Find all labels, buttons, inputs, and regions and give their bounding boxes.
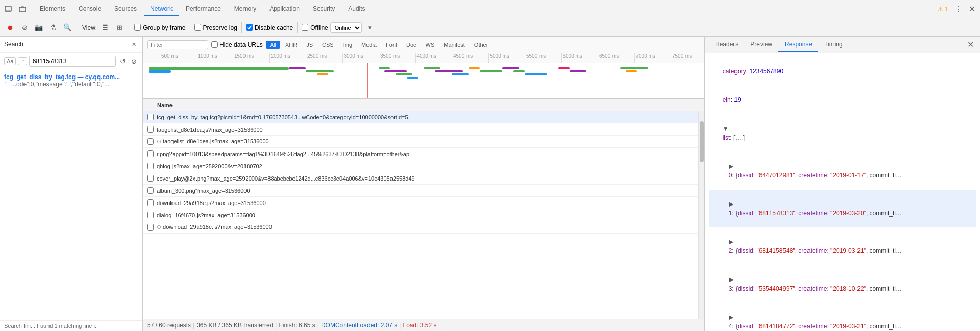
filter-type-buttons: All XHR JS CSS Img Media Font Doc WS Man…	[266, 41, 493, 49]
close-devtools-button[interactable]: ✕	[966, 3, 978, 15]
group-by-frame-checkbox[interactable]	[134, 24, 141, 31]
request-checkbox[interactable]	[147, 199, 154, 206]
tab-response[interactable]: Response	[778, 38, 818, 52]
tab-elements[interactable]: Elements	[34, 2, 71, 16]
request-row[interactable]: album_300.png?max_age=31536000	[143, 185, 698, 197]
tab-application[interactable]: Application	[263, 2, 306, 16]
tab-performance[interactable]: Performance	[180, 2, 227, 16]
filter-css-button[interactable]: CSS	[318, 41, 338, 49]
search-clear-button[interactable]: ⊘	[129, 57, 138, 66]
tab-headers[interactable]: Headers	[709, 38, 744, 52]
request-name: download_29a918e.js?max_age=31536000	[157, 224, 694, 231]
more-options-button[interactable]: ⋮	[952, 3, 965, 15]
disable-cache-label[interactable]: Disable cache	[255, 24, 293, 31]
json-item-0[interactable]: ▶ 0: {dissid: "6447012981", createtime: …	[709, 152, 976, 190]
main-layout: Search ✕ Aa .* ↺ ⊘ fcg_get_diss_by_tag.f…	[0, 37, 980, 331]
filter-xhr-button[interactable]: XHR	[281, 41, 301, 49]
record-button[interactable]: ⏺	[4, 21, 16, 34]
tab-network[interactable]: Network	[144, 2, 179, 16]
request-checkbox[interactable]	[147, 163, 154, 169]
request-name: taogelist_d8e1dea.js?max_age=31536000	[157, 126, 694, 133]
expand-triangle-1[interactable]: ▶	[729, 199, 735, 209]
request-row[interactable]: download_29a918e.js?max_age=31536000	[143, 221, 698, 234]
request-checkbox[interactable]	[147, 224, 154, 231]
request-list-scrollbar[interactable]	[698, 111, 704, 319]
request-checkbox[interactable]	[147, 114, 154, 120]
search-input[interactable]	[29, 56, 116, 67]
request-row[interactable]: r.png?appid=10013&speedparams=flag1%3D16…	[143, 148, 698, 160]
tab-security[interactable]: Security	[307, 2, 341, 16]
json-item-4[interactable]: ▶ 4: {dissid: "6814184772", createtime: …	[709, 303, 976, 331]
tab-sources[interactable]: Sources	[108, 2, 143, 16]
tab-timing[interactable]: Timing	[818, 38, 849, 52]
request-row[interactable]: taogelist_d8e1dea.js?max_age=31536000	[143, 123, 698, 136]
filter-button[interactable]: ⚗	[47, 21, 59, 34]
request-row[interactable]: fcg_get_diss_by_tag.fcg?picmid=1&rnd=0.1…	[143, 111, 698, 123]
view-list-button[interactable]: ☰	[99, 21, 111, 34]
search-refresh-button[interactable]: ↺	[118, 57, 127, 66]
search-result-item[interactable]: fcg_get_diss_by_tag.fcg — cy.qq.com... 1…	[0, 70, 142, 91]
tick-4000ms: 4000 ms	[415, 53, 436, 63]
hide-data-urls-label[interactable]: Hide data URLs	[211, 41, 263, 48]
filter-doc-button[interactable]: Doc	[402, 41, 421, 49]
json-item-2[interactable]: ▶ 2: {dissid: "6814158548", createtime: …	[709, 227, 976, 265]
request-checkbox[interactable]	[147, 150, 154, 157]
filter-input[interactable]	[147, 40, 208, 49]
filter-all-button[interactable]: All	[266, 41, 280, 49]
expand-triangle[interactable]: ▼	[723, 124, 729, 133]
throttle-expand-button[interactable]: ▾	[364, 21, 376, 34]
scrollbar-thumb[interactable]	[700, 121, 704, 162]
search-regex-toggle[interactable]: .*	[18, 57, 27, 65]
filter-media-button[interactable]: Media	[357, 41, 381, 49]
hide-data-urls-checkbox[interactable]	[211, 41, 218, 48]
search-close-button[interactable]: ✕	[129, 40, 138, 49]
camera-button[interactable]: 📷	[33, 21, 45, 34]
filter-font-button[interactable]: Font	[382, 41, 401, 49]
request-checkbox[interactable]	[147, 175, 154, 182]
filter-manifest-button[interactable]: Manifest	[439, 41, 469, 49]
tick-7000ms: 7000 ms	[634, 53, 655, 63]
request-row[interactable]: download_29a918e.js?max_age=31536000	[143, 197, 698, 209]
filter-js-button[interactable]: JS	[302, 41, 317, 49]
filter-img-button[interactable]: Img	[339, 41, 356, 49]
request-row[interactable]: dialog_16f4670.js?max_age=31536000	[143, 209, 698, 221]
group-by-frame-label[interactable]: Group by frame	[143, 24, 185, 31]
request-checkbox[interactable]	[147, 187, 154, 194]
tick-3500ms: 3500 ms	[379, 53, 400, 63]
json-item-1[interactable]: ▶ 1: {dissid: "6811578313", createtime: …	[709, 190, 976, 227]
request-checkbox[interactable]	[147, 212, 154, 218]
search-button[interactable]: 🔍	[61, 21, 74, 34]
request-row[interactable]: qblog.js?max_age=2592000&v=20180702	[143, 160, 698, 172]
disable-cache-checkbox[interactable]	[246, 24, 253, 31]
request-checkbox[interactable]	[147, 126, 154, 133]
preserve-log-checkbox[interactable]	[194, 24, 201, 31]
expand-triangle-2[interactable]: ▶	[729, 237, 735, 246]
json-list[interactable]: ▼ list: [,…]	[709, 114, 976, 152]
expand-triangle-4[interactable]: ▶	[729, 313, 735, 322]
search-aa-toggle[interactable]: Aa	[4, 57, 16, 65]
stop-recording-button[interactable]: ⊘	[18, 21, 31, 34]
view-label: View:	[82, 24, 97, 31]
status-bar: 57 / 60 requests | 365 KB / 365 KB trans…	[143, 319, 704, 331]
view-details-button[interactable]: ⊞	[113, 21, 126, 34]
json-item-3[interactable]: ▶ 3: {dissid: "5354404997", createtime: …	[709, 265, 976, 303]
offline-checkbox[interactable]	[302, 24, 308, 31]
request-row[interactable]: cover_play@2x.png?max_age=2592000&v=88ab…	[143, 172, 698, 185]
tab-console[interactable]: Console	[72, 2, 107, 16]
throttle-select[interactable]: Online	[330, 22, 362, 33]
filter-ws-button[interactable]: WS	[422, 41, 439, 49]
expand-triangle-3[interactable]: ▶	[729, 275, 735, 284]
preserve-log-label[interactable]: Preserve log	[203, 24, 237, 31]
tab-preview[interactable]: Preview	[744, 38, 778, 52]
dock-icon[interactable]	[2, 3, 14, 15]
dock-separate-icon[interactable]	[16, 3, 29, 15]
tab-audits[interactable]: Audits	[342, 2, 371, 16]
filter-other-button[interactable]: Other	[470, 41, 493, 49]
offline-label[interactable]: Offline	[310, 24, 328, 31]
request-checkbox[interactable]	[147, 138, 154, 145]
timeline-bar-7	[384, 70, 407, 72]
tab-memory[interactable]: Memory	[228, 2, 262, 16]
right-panel-close-button[interactable]: ✕	[965, 40, 976, 49]
request-row[interactable]: taogelist_d8e1dea.js?max_age=31536000	[143, 136, 698, 148]
expand-triangle-0[interactable]: ▶	[729, 162, 735, 171]
